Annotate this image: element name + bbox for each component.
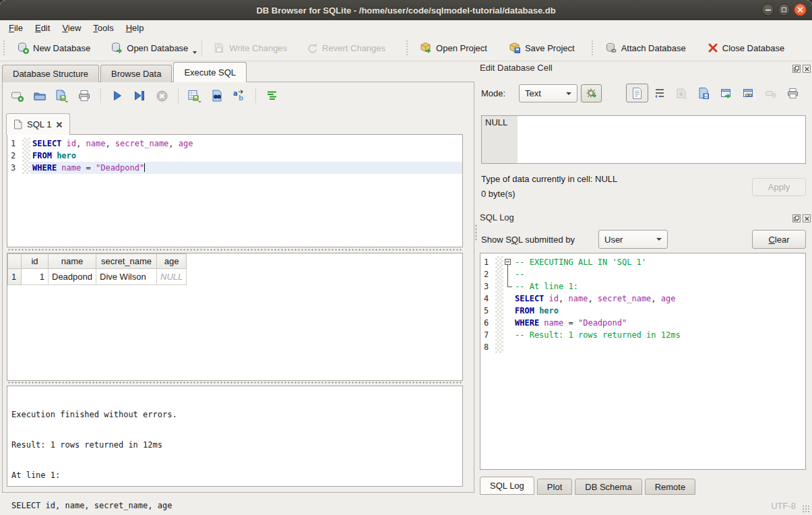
save-sql-file-icon[interactable] <box>54 88 70 103</box>
open-external-link-icon[interactable] <box>737 84 759 102</box>
close-tab-icon[interactable] <box>56 121 63 128</box>
mode-value: Text <box>525 88 541 98</box>
tab-execute-sql[interactable]: Execute SQL <box>173 62 247 82</box>
editor-results-splitter[interactable] <box>7 248 463 251</box>
open-database-menu-arrow[interactable] <box>193 51 197 54</box>
fold-margin <box>22 150 30 162</box>
menu-view[interactable]: View <box>56 22 87 34</box>
mode-select[interactable]: Text <box>519 84 577 102</box>
log-filter-label: Show SQL submitted by <box>481 235 575 245</box>
clear-log-button[interactable]: Clear <box>752 230 806 249</box>
print-cell-icon[interactable] <box>782 84 804 102</box>
line-number: 3 <box>7 162 22 174</box>
fold-margin <box>495 317 503 329</box>
sql-log-view[interactable]: 1 -- EXECUTING ALL IN 'SQL 1' 2 -- 3 -- … <box>480 253 806 470</box>
cell-editor[interactable]: NULL <box>481 115 806 164</box>
column-header-name[interactable]: name <box>49 254 96 269</box>
dock-tab-db-schema[interactable]: DB Schema <box>575 479 642 495</box>
cell-size-text: 0 byte(s) <box>481 189 516 199</box>
find-icon[interactable] <box>209 88 225 103</box>
encoding-indicator[interactable]: UTF-8 <box>771 501 796 511</box>
tab-browse-data[interactable]: Browse Data <box>100 65 172 82</box>
corner-header[interactable] <box>8 254 22 269</box>
dock-tab-sql-log[interactable]: SQL Log <box>480 477 534 495</box>
toolbar-drag-handle[interactable] <box>592 40 596 55</box>
export-results-icon[interactable] <box>187 88 203 103</box>
close-button[interactable] <box>794 3 807 16</box>
word-wrap-icon[interactable] <box>648 84 670 102</box>
execution-status-box[interactable]: Execution finished without errors. Resul… <box>7 386 463 487</box>
attach-database-button[interactable]: Attach Database <box>599 38 692 57</box>
dock-tab-plot[interactable]: Plot <box>537 479 572 495</box>
print-icon[interactable] <box>76 88 92 103</box>
toolbar-drag-handle[interactable] <box>406 40 410 55</box>
cell-name[interactable]: Deadpond <box>49 269 96 285</box>
status-line: Execution finished without errors. <box>11 410 458 420</box>
line-number: 2 <box>480 268 495 280</box>
text-cursor <box>144 163 145 172</box>
log-filter-select[interactable]: User <box>598 230 668 249</box>
revert-changes-icon <box>306 42 318 54</box>
maximize-button[interactable] <box>778 3 790 16</box>
menu-tools[interactable]: Tools <box>87 22 119 34</box>
save-project-button[interactable]: Save Project <box>503 38 581 57</box>
log-line: 3 -- At line 1: <box>480 280 805 293</box>
close-database-icon <box>708 42 718 53</box>
results-status-splitter[interactable] <box>7 381 463 384</box>
mode-label: Mode: <box>481 88 505 98</box>
attach-database-icon <box>605 42 617 54</box>
row-number[interactable]: 1 <box>8 269 22 285</box>
cell-secret-name[interactable]: Dive Wilson <box>96 269 157 285</box>
menu-help[interactable]: Help <box>120 22 150 34</box>
title-bar[interactable]: DB Browser for SQLite - /home/user/code/… <box>0 0 812 21</box>
column-header-secret-name[interactable]: secret_name <box>96 254 157 269</box>
execute-current-line-icon[interactable] <box>131 88 148 103</box>
fold-marker-collapse[interactable] <box>503 256 513 268</box>
status-line: SELECT id, name, secret_name, age <box>11 501 458 511</box>
sql-file-tab[interactable]: SQL 1 <box>6 113 70 135</box>
fold-margin <box>495 341 503 353</box>
log-line: 4 SELECT id, name, secret_name, age <box>480 293 805 305</box>
fold-margin <box>495 280 503 293</box>
menu-edit[interactable]: Edit <box>29 22 56 34</box>
sql-editor[interactable]: 1 SELECT id, name, secret_name, age 2 FR… <box>7 134 463 247</box>
dock-tab-remote[interactable]: Remote <box>645 479 696 495</box>
minimize-button[interactable] <box>761 3 774 16</box>
column-header-age[interactable]: age <box>157 254 187 269</box>
sql-file-tab-label: SQL 1 <box>27 119 51 129</box>
export-to-window-icon[interactable] <box>715 84 737 102</box>
new-database-label: New Database <box>33 43 90 53</box>
cell-age[interactable]: NULL <box>157 269 187 285</box>
resize-grip[interactable] <box>802 505 810 513</box>
cell-value: NULL <box>485 117 507 127</box>
column-header-id[interactable]: id <box>22 254 49 269</box>
results-grid[interactable]: id name secret_name age 1 1 Deadpond Div… <box>7 253 463 381</box>
close-dock-button[interactable] <box>803 214 811 222</box>
close-dock-button[interactable] <box>803 65 811 73</box>
format-code-icon[interactable] <box>264 88 280 103</box>
float-dock-button[interactable] <box>792 214 801 222</box>
close-database-button[interactable]: Close Database <box>701 39 791 57</box>
tab-database-structure[interactable]: Database Structure <box>2 65 99 82</box>
menu-file[interactable]: File <box>3 22 29 34</box>
open-database-icon <box>111 42 123 54</box>
cell-id[interactable]: 1 <box>22 269 49 285</box>
log-filter-value: User <box>604 235 623 245</box>
cell-type-text: Type of data currently in cell: NULL <box>481 174 617 184</box>
open-project-button[interactable]: Open Project <box>414 38 493 57</box>
panel-splitter[interactable] <box>474 224 478 241</box>
toolbar-drag-handle[interactable] <box>3 40 7 55</box>
float-dock-button[interactable] <box>792 65 801 73</box>
auto-switch-mode-button[interactable] <box>581 84 602 102</box>
save-as-icon[interactable] <box>693 84 715 102</box>
new-database-button[interactable]: New Database <box>11 38 96 57</box>
fold-guide-end <box>503 280 513 293</box>
svg-text:a: a <box>233 90 238 97</box>
open-sql-file-icon[interactable] <box>32 88 48 103</box>
text-document-icon[interactable] <box>626 84 648 102</box>
write-changes-button: Write Changes <box>207 38 293 57</box>
replace-icon[interactable]: ab <box>231 88 247 103</box>
new-tab-icon[interactable] <box>9 88 26 103</box>
open-database-button[interactable]: Open Database <box>104 38 194 57</box>
execute-all-icon[interactable] <box>109 88 125 103</box>
